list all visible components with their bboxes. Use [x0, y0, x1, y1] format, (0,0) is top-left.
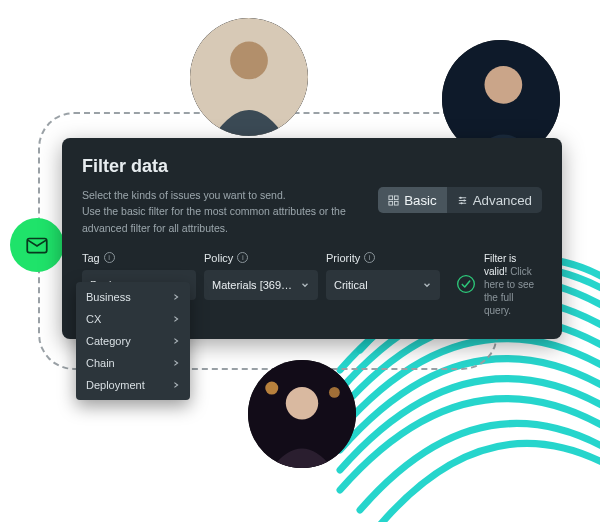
chevron-down-icon: [422, 280, 432, 290]
mode-advanced-label: Advanced: [473, 193, 532, 208]
tag-option[interactable]: CX: [76, 308, 190, 330]
tag-option-label: Category: [86, 335, 131, 347]
chevron-right-icon: [172, 359, 180, 367]
avatar-1: [190, 18, 308, 136]
svg-point-2: [230, 42, 268, 80]
info-icon[interactable]: i: [237, 252, 248, 263]
mode-advanced-button[interactable]: Advanced: [447, 187, 542, 213]
policy-select[interactable]: Materials [369…: [204, 270, 318, 300]
mode-basic-label: Basic: [404, 193, 437, 208]
sliders-icon: [457, 195, 468, 206]
svg-rect-9: [389, 195, 393, 199]
priority-label-text: Priority: [326, 252, 360, 264]
mode-basic-button[interactable]: Basic: [378, 187, 447, 213]
tag-label: Tag i: [82, 252, 196, 264]
chevron-down-icon: [300, 280, 310, 290]
panel-subhead: Select the kinds of issues you want to s…: [82, 187, 364, 236]
chevron-right-icon: [172, 337, 180, 345]
mode-toggle: Basic Advanced: [378, 187, 542, 213]
tag-label-text: Tag: [82, 252, 100, 264]
priority-value: Critical: [334, 279, 368, 291]
svg-point-16: [458, 276, 475, 293]
svg-point-7: [265, 382, 278, 395]
svg-rect-10: [395, 195, 399, 199]
svg-point-13: [459, 196, 461, 198]
tag-option[interactable]: Chain: [76, 352, 190, 374]
check-circle-icon: [456, 274, 476, 294]
priority-label: Priority i: [326, 252, 440, 264]
tag-option[interactable]: Category: [76, 330, 190, 352]
svg-rect-12: [395, 201, 399, 205]
subhead-line-1: Select the kinds of issues you want to s…: [82, 189, 286, 201]
tag-option[interactable]: Business: [76, 286, 190, 308]
priority-select[interactable]: Critical: [326, 270, 440, 300]
svg-point-8: [329, 387, 340, 398]
mail-badge: [10, 218, 64, 272]
svg-point-14: [463, 199, 465, 201]
field-policy: Policy i Materials [369…: [204, 252, 318, 317]
tag-dropdown: BusinessCXCategoryChainDeployment: [76, 282, 190, 400]
tag-option-label: Business: [86, 291, 131, 303]
chevron-right-icon: [172, 381, 180, 389]
chevron-right-icon: [172, 315, 180, 323]
chevron-right-icon: [172, 293, 180, 301]
info-icon[interactable]: i: [364, 252, 375, 263]
svg-point-4: [484, 66, 522, 104]
tag-option[interactable]: Deployment: [76, 374, 190, 396]
validity-text: Filter is valid! Click here to see the f…: [484, 252, 542, 317]
field-priority: Priority i Critical: [326, 252, 440, 317]
tag-option-label: CX: [86, 313, 101, 325]
subhead-line-2: Use the basic filter for the most common…: [82, 205, 346, 233]
policy-value: Materials [369…: [212, 279, 292, 291]
mail-icon: [24, 232, 50, 258]
panel-title: Filter data: [82, 156, 542, 177]
filter-validity[interactable]: Filter is valid! Click here to see the f…: [448, 252, 542, 317]
policy-label: Policy i: [204, 252, 318, 264]
avatar-3: [248, 360, 356, 468]
tag-option-label: Deployment: [86, 379, 145, 391]
policy-label-text: Policy: [204, 252, 233, 264]
grid-icon: [388, 195, 399, 206]
svg-point-6: [286, 387, 318, 419]
tag-option-label: Chain: [86, 357, 115, 369]
svg-point-15: [460, 202, 462, 204]
svg-rect-11: [389, 201, 393, 205]
info-icon[interactable]: i: [104, 252, 115, 263]
